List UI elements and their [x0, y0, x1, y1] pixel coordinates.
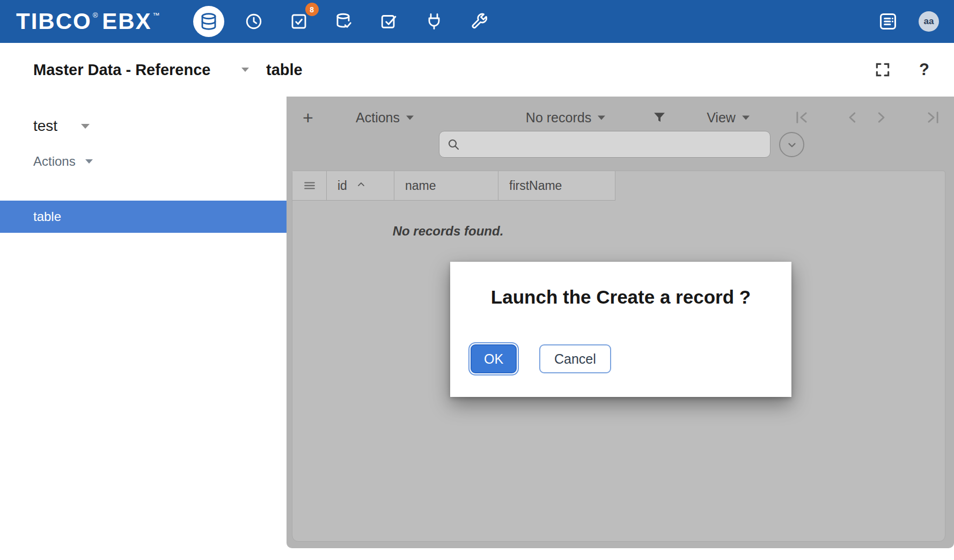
last-page-button[interactable]	[925, 109, 941, 126]
actions-menu-label: Actions	[356, 110, 400, 126]
registered-mark: ®	[93, 11, 99, 19]
chevron-down-icon	[81, 124, 90, 129]
fullscreen-button[interactable]	[874, 61, 891, 78]
funnel-icon	[652, 110, 667, 125]
sidebar: test Actions table	[0, 97, 287, 560]
confirm-dialog: Launch the Create a record ? OK Cancel	[450, 262, 791, 397]
nav-dataservices-button[interactable]	[328, 6, 359, 37]
database-check-icon	[334, 12, 354, 31]
tasks-badge: 8	[305, 3, 319, 16]
fullscreen-icon	[874, 61, 891, 78]
nav-history-button[interactable]	[238, 6, 269, 37]
chevron-down-circle-icon	[785, 138, 799, 152]
search-box	[439, 131, 770, 158]
chevron-down-icon	[85, 159, 93, 164]
main-area: test Actions table + Actions No records	[0, 97, 954, 560]
top-bar: TIBCO®EBX™ 8 aa	[0, 0, 954, 43]
ok-button[interactable]: OK	[471, 344, 517, 373]
dataspace-label: Master Data - Reference	[33, 61, 210, 79]
next-page-button[interactable]	[873, 109, 889, 126]
view-menu-button[interactable]: View	[707, 110, 750, 126]
nav-validation-button[interactable]	[373, 6, 405, 37]
search-expand-button[interactable]	[779, 132, 804, 157]
column-menu-button[interactable]	[292, 171, 327, 201]
first-page-button[interactable]	[794, 109, 810, 126]
first-page-icon	[794, 109, 810, 126]
sidebar-actions-menu[interactable]: Actions	[0, 153, 287, 170]
page-title: table	[266, 61, 303, 79]
nav-tasks-button[interactable]: 8	[283, 6, 314, 37]
plug-icon	[424, 12, 444, 31]
database-icon	[199, 12, 218, 31]
clock-icon	[244, 12, 263, 31]
dialog-title: Launch the Create a record ?	[450, 286, 791, 308]
column-header-id[interactable]: id	[327, 171, 394, 201]
search-input[interactable]	[465, 137, 762, 151]
chevron-down-icon	[241, 68, 249, 72]
view-menu-label: View	[707, 110, 736, 126]
nav-integration-button[interactable]	[419, 6, 450, 37]
perspective-nav: 8	[193, 6, 495, 37]
dialog-buttons: OK Cancel	[471, 344, 611, 373]
dataset-label: test	[33, 117, 57, 135]
search-row	[287, 131, 954, 159]
search-icon	[447, 138, 460, 151]
add-record-button[interactable]: +	[303, 107, 313, 128]
help-button[interactable]: ?	[919, 60, 929, 79]
sidebar-item-table[interactable]: table	[0, 201, 287, 233]
previous-page-button[interactable]	[845, 109, 861, 126]
logo-brand: TIBCO	[16, 9, 92, 34]
empty-table-message: No records found.	[393, 224, 504, 239]
user-avatar[interactable]: aa	[919, 11, 939, 32]
logo-product: EBX	[102, 9, 151, 34]
topbar-right-cluster: aa	[878, 11, 939, 32]
nav-data-button[interactable]	[193, 6, 224, 37]
column-label: id	[337, 179, 347, 193]
nav-admin-button[interactable]	[464, 6, 495, 37]
check-square-icon	[379, 12, 399, 31]
sort-ascending-icon	[347, 179, 366, 193]
sub-header: Master Data - Reference table ?	[0, 43, 954, 97]
tibco-ebx-logo: TIBCO®EBX™	[16, 9, 164, 34]
report-list-icon	[878, 11, 898, 32]
dataspace-selector[interactable]: Master Data - Reference	[0, 61, 253, 79]
chevron-right-icon	[873, 109, 889, 126]
wrench-icon	[469, 12, 489, 31]
column-header-firstname[interactable]: firstName	[498, 171, 615, 201]
chevron-down-icon	[598, 115, 605, 120]
actions-menu-button[interactable]: Actions	[356, 110, 414, 126]
sidebar-actions-label: Actions	[33, 154, 76, 169]
dataset-selector[interactable]: test	[0, 113, 287, 139]
chevron-down-icon	[742, 115, 750, 120]
cancel-button[interactable]: Cancel	[539, 344, 611, 373]
filter-button[interactable]	[652, 110, 667, 125]
column-header-name[interactable]: name	[394, 171, 498, 201]
sidebar-item-label: table	[33, 209, 61, 224]
table-header-row: id name firstName	[292, 171, 945, 201]
workspace: + Actions No records View	[287, 97, 954, 560]
column-label: name	[405, 179, 436, 193]
modal-overlay: + Actions No records View	[287, 97, 954, 548]
task-check-icon	[289, 12, 309, 31]
chevron-down-icon	[406, 115, 414, 120]
records-count-label: No records	[526, 110, 591, 126]
column-label: firstName	[509, 179, 562, 193]
report-button[interactable]	[878, 11, 898, 32]
chevron-left-icon	[845, 109, 861, 126]
records-count-dropdown[interactable]: No records	[526, 110, 605, 126]
subheader-actions: ?	[874, 60, 954, 79]
trademark-mark: ™	[153, 11, 161, 19]
hamburger-icon	[303, 179, 317, 193]
last-page-icon	[925, 109, 941, 126]
